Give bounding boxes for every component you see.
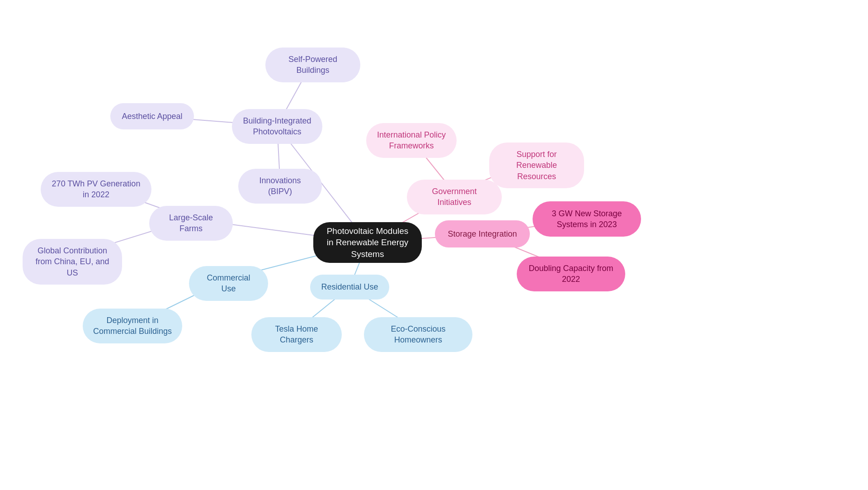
node-center[interactable]: Photovoltaic Modules in Renewable Energy… [313,222,422,263]
node-commercial-use[interactable]: Commercial Use [189,266,268,301]
node-storage-integration[interactable]: Storage Integration [435,220,530,247]
node-deployment-commercial[interactable]: Deployment in Commercial Buildings [83,309,182,343]
mind-map-connections [0,0,868,490]
node-global-contrib[interactable]: Global Contribution from China, EU, and … [23,239,122,285]
node-intl-policy[interactable]: International Policy Frameworks [366,123,457,158]
node-gov-initiatives[interactable]: Government Initiatives [407,180,502,214]
node-aesthetic-appeal[interactable]: Aesthetic Appeal [110,103,194,129]
node-eco-homeowners[interactable]: Eco-Conscious Homeowners [364,317,472,352]
node-support-renewable[interactable]: Support for Renewable Resources [489,143,584,188]
node-doubling[interactable]: Doubling Capacity from 2022 [517,257,625,291]
node-storage-3gw[interactable]: 3 GW New Storage Systems in 2023 [533,201,641,237]
node-self-powered[interactable]: Self-Powered Buildings [265,48,360,82]
node-innovations-bipv[interactable]: Innovations (BIPV) [238,169,322,204]
node-bipv[interactable]: Building-Integrated Photovoltaics [232,109,322,144]
node-large-scale[interactable]: Large-Scale Farms [149,206,233,241]
node-residential-use[interactable]: Residential Use [310,275,389,300]
node-tesla-chargers[interactable]: Tesla Home Chargers [251,317,342,352]
node-pv-gen[interactable]: 270 TWh PV Generation in 2022 [41,172,151,207]
